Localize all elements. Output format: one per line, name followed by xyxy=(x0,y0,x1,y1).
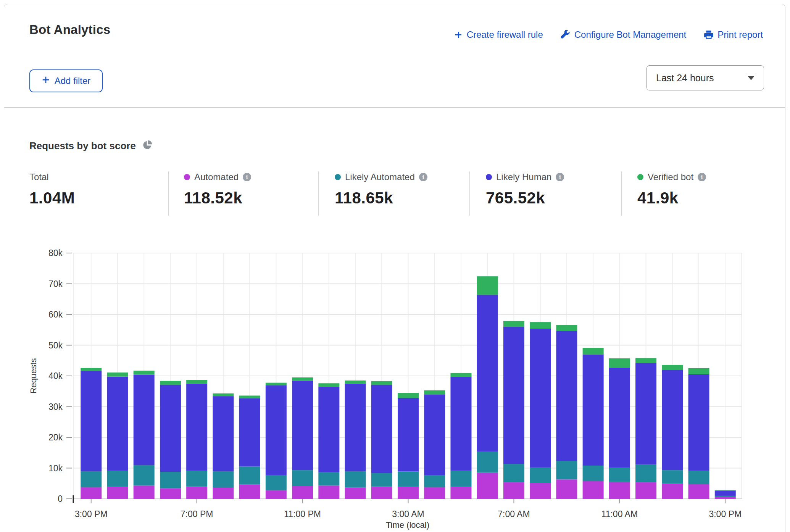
svg-text:7:00 AM: 7:00 AM xyxy=(498,509,530,519)
svg-text:10k: 10k xyxy=(48,463,63,473)
svg-text:0: 0 xyxy=(58,494,63,504)
svg-text:80k: 80k xyxy=(48,248,63,258)
svg-text:7:00 PM: 7:00 PM xyxy=(181,509,213,519)
bot-score-stacked-bar-chart: 010k20k30k40k50k60k70k80k3:00 PM7:00 PM1… xyxy=(0,0,790,532)
svg-text:70k: 70k xyxy=(48,279,63,289)
svg-text:30k: 30k xyxy=(48,402,63,412)
svg-text:Time (local): Time (local) xyxy=(386,520,429,530)
svg-text:3:00 PM: 3:00 PM xyxy=(75,509,108,519)
svg-text:40k: 40k xyxy=(48,371,63,381)
svg-text:60k: 60k xyxy=(48,310,63,319)
bot-analytics-page: Bot Analytics Create firewall rule Confi… xyxy=(0,0,790,532)
svg-text:3:00 PM: 3:00 PM xyxy=(709,509,742,519)
svg-text:11:00 PM: 11:00 PM xyxy=(284,509,321,519)
svg-text:Requests: Requests xyxy=(29,358,38,394)
svg-text:20k: 20k xyxy=(48,432,63,442)
svg-text:3:00 AM: 3:00 AM xyxy=(392,509,424,519)
svg-text:11:00 AM: 11:00 AM xyxy=(601,509,638,519)
svg-text:50k: 50k xyxy=(48,340,63,350)
